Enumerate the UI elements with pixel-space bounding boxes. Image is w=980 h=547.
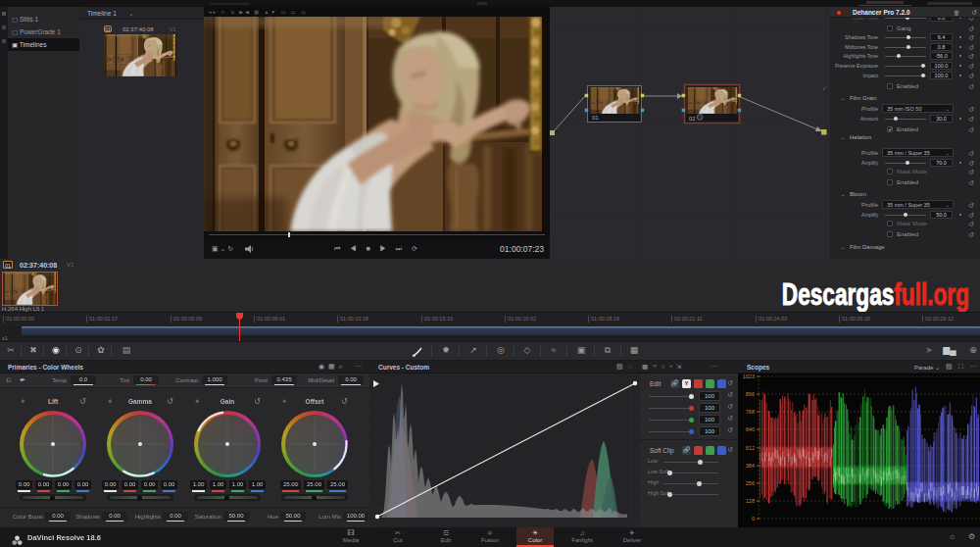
svg-text:01: 01 bbox=[592, 115, 599, 121]
svg-text:128: 128 bbox=[746, 498, 755, 504]
svg-text:256: 256 bbox=[746, 480, 755, 486]
svg-text:1023: 1023 bbox=[743, 373, 755, 379]
svg-text:768: 768 bbox=[746, 409, 755, 415]
svg-text:640: 640 bbox=[746, 426, 755, 432]
svg-text:384: 384 bbox=[746, 463, 755, 469]
svg-text:512: 512 bbox=[746, 445, 755, 451]
svg-text:02: 02 bbox=[689, 116, 696, 122]
svg-text:896: 896 bbox=[746, 391, 755, 397]
svg-text:✓: ✓ bbox=[822, 85, 827, 91]
svg-text:0: 0 bbox=[752, 516, 755, 522]
